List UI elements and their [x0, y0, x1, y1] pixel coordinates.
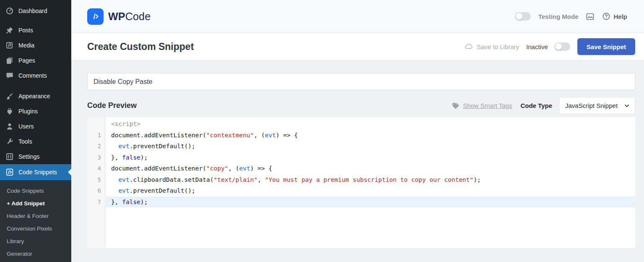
admin-menu: Dashboard Posts Media Pages Comments: [0, 0, 71, 180]
code-preview-header: Code Preview Show Smart Tags Code Type J…: [87, 97, 635, 114]
wrench-icon: [5, 137, 14, 146]
page-header: Create Custom Snippet Save to Library In…: [71, 33, 644, 60]
submenu-item-code-snippets[interactable]: Code Snippets: [0, 184, 71, 197]
user-icon: [5, 122, 14, 131]
submenu-item-header-footer[interactable]: Header & Footer: [0, 210, 71, 222]
code-text: evt.clipboardData.setData("text/plain", …: [105, 174, 635, 186]
line-number: 3: [87, 152, 105, 163]
code-type-label: Code Type: [520, 102, 552, 109]
sidebar-item-dashboard[interactable]: Dashboard: [0, 3, 71, 18]
sidebar-item-users[interactable]: Users: [0, 119, 71, 134]
sidebar-item-label: Media: [18, 42, 34, 49]
submenu-item-library[interactable]: Library: [0, 235, 71, 247]
code-line[interactable]: 4document.addEventListener("copy", (evt)…: [87, 163, 635, 174]
main-area: WPCode Testing Mode Help Create Custom S…: [71, 0, 644, 262]
code-preview-heading: Code Preview: [87, 101, 137, 110]
brush-icon: [5, 92, 14, 100]
line-number: 1: [87, 130, 105, 141]
cloud-icon: [464, 42, 473, 51]
sidebar-item-label: Settings: [18, 153, 40, 160]
sidebar-item-appearance[interactable]: Appearance: [0, 89, 71, 104]
sidebar-item-label: Appearance: [18, 93, 50, 100]
sidebar-item-settings[interactable]: Settings: [0, 149, 71, 164]
line-number: 6: [87, 185, 105, 196]
settings-icon: [5, 152, 14, 161]
code-text: }, false);: [105, 152, 635, 163]
sidebar-item-label: Comments: [18, 72, 47, 79]
media-icon: [5, 41, 14, 50]
snippet-status-label: Inactive: [526, 43, 548, 50]
sidebar-item-code-snippets[interactable]: Code Snippets: [0, 164, 71, 180]
code-snippets-submenu: Code Snippets + Add Snippet Header & Foo…: [0, 180, 71, 262]
line-number: 5: [87, 174, 105, 186]
code-text: document.addEventListener("contextmenu",…: [105, 130, 635, 141]
code-line[interactable]: 5 evt.clipboardData.setData("text/plain"…: [87, 174, 635, 186]
sidebar-item-label: Code Snippets: [18, 169, 57, 176]
sidebar-item-plugins[interactable]: Plugins: [0, 104, 71, 119]
topbar-actions: Testing Mode Help: [515, 12, 627, 21]
code-type-value: JavaScript Snippet: [565, 102, 618, 109]
line-number: [87, 118, 105, 130]
help-button[interactable]: Help: [602, 12, 627, 21]
code-type-select[interactable]: JavaScript Snippet: [559, 97, 635, 114]
sidebar-item-tools[interactable]: Tools: [0, 134, 71, 149]
code-line[interactable]: 2 evt.preventDefault();: [87, 141, 635, 152]
code-line[interactable]: <script>: [87, 118, 635, 130]
menu-separator: [0, 18, 71, 23]
code-line[interactable]: 6 evt.preventDefault();: [87, 185, 635, 196]
code-text: evt.preventDefault();: [105, 185, 635, 196]
chevron-down-icon: [624, 103, 630, 109]
sidebar-item-label: Users: [18, 123, 34, 130]
dashboard-icon: [5, 7, 14, 15]
plug-icon: [5, 107, 14, 115]
submenu-item-conversion-pixels[interactable]: Conversion Pixels: [0, 222, 71, 235]
sidebar-item-label: Posts: [18, 27, 33, 34]
wpcode-icon: [5, 168, 14, 176]
save-to-library-button[interactable]: Save to Library: [464, 42, 519, 51]
code-text: document.addEventListener("copy", (evt) …: [105, 163, 635, 174]
comment-icon: [5, 71, 14, 80]
line-number: 4: [87, 163, 105, 174]
save-snippet-button[interactable]: Save Snippet: [577, 38, 635, 55]
tags-icon: [451, 101, 460, 110]
line-number: 7: [87, 196, 105, 208]
sidebar-item-label: Plugins: [18, 108, 38, 115]
sidebar-item-posts[interactable]: Posts: [0, 23, 71, 38]
code-line[interactable]: 3}, false);: [87, 152, 635, 163]
monitor-icon[interactable]: [586, 12, 595, 21]
code-text: <script>: [105, 118, 635, 130]
snippet-title-input[interactable]: [87, 73, 635, 90]
sidebar-item-media[interactable]: Media: [0, 38, 71, 53]
sidebar-item-label: Tools: [18, 138, 32, 145]
sidebar-item-comments[interactable]: Comments: [0, 68, 71, 83]
wp-admin-sidebar: Dashboard Posts Media Pages Comments: [0, 0, 71, 262]
sidebar-item-label: Dashboard: [18, 8, 47, 14]
content-area: Code Preview Show Smart Tags Code Type J…: [71, 60, 644, 262]
code-line[interactable]: 7}, false);: [87, 196, 635, 208]
code-lines: <script>1document.addEventListener("cont…: [87, 117, 635, 207]
wpcode-logo: WPCode: [87, 8, 151, 25]
code-preview-controls: Show Smart Tags Code Type JavaScript Sni…: [451, 97, 635, 114]
wpcode-admin-page: Dashboard Posts Media Pages Comments: [0, 0, 644, 262]
pages-icon: [5, 56, 14, 65]
submenu-item-generator[interactable]: Generator: [0, 247, 71, 260]
page-title: Create Custom Snippet: [87, 41, 194, 52]
sidebar-item-pages[interactable]: Pages: [0, 53, 71, 68]
line-number: 2: [87, 141, 105, 152]
testing-mode-label: Testing Mode: [538, 13, 579, 20]
testing-mode-toggle[interactable]: [515, 12, 531, 21]
code-line[interactable]: 1document.addEventListener("contextmenu"…: [87, 130, 635, 141]
show-smart-tags-link[interactable]: Show Smart Tags: [451, 101, 512, 110]
wpcode-logo-icon: [87, 8, 104, 25]
code-text: }, false);: [105, 196, 635, 208]
wpcode-logo-text: WPCode: [108, 10, 151, 23]
plugin-topbar: WPCode Testing Mode Help: [71, 0, 644, 33]
sidebar-item-label: Pages: [18, 57, 35, 64]
code-editor[interactable]: <script>1document.addEventListener("cont…: [87, 117, 635, 248]
code-text: evt.preventDefault();: [105, 141, 635, 152]
submenu-item-add-snippet[interactable]: + Add Snippet: [0, 197, 71, 210]
pushpin-icon: [5, 26, 14, 34]
question-mark-icon: [602, 12, 610, 21]
menu-separator: [0, 83, 71, 89]
snippet-active-toggle[interactable]: [554, 42, 570, 51]
